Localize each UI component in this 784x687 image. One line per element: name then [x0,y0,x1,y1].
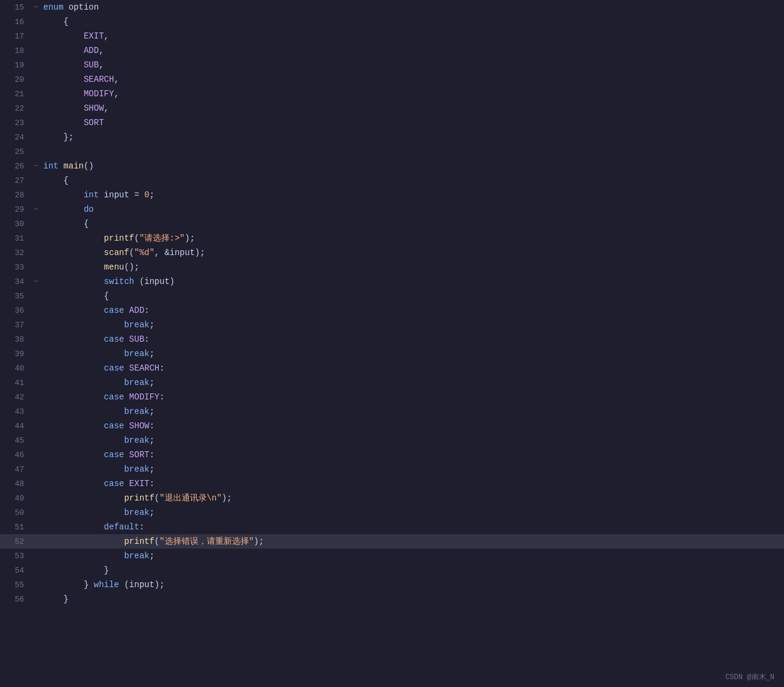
line-number: 19 [0,61,31,70]
code-content: enum option [41,2,784,12]
code-content: do [41,205,784,214]
line-number: 46 [0,451,31,460]
table-row: 24 }; [0,130,784,144]
table-row: 45 break; [0,433,784,448]
line-number: 47 [0,465,31,474]
code-content: ADD, [41,46,784,55]
table-row: 27 { [0,173,784,188]
code-content: break; [41,464,784,474]
line-number: 20 [0,75,31,84]
code-content: { [41,291,784,301]
code-content: { [41,219,784,229]
table-row: 46 case SORT: [0,448,784,462]
table-row: 23 SORT [0,116,784,130]
code-content: default: [41,522,784,532]
code-content: { [41,176,784,185]
code-content: int input = 0; [41,190,784,200]
code-content: int main() [41,161,784,171]
code-content: printf("选择错误，请重新选择"); [41,536,784,547]
table-row: 56 } [0,592,784,606]
code-content: case SORT: [41,450,784,460]
line-number: 37 [0,321,31,330]
line-number: 54 [0,566,31,575]
line-number: 42 [0,393,31,402]
table-row: 53 break; [0,549,784,563]
line-number: 45 [0,436,31,445]
code-content: SORT [41,118,784,128]
table-row: 26−int main() [0,159,784,173]
line-number: 50 [0,508,31,517]
code-content: } while (input); [41,580,784,590]
table-row: 17 EXIT, [0,29,784,43]
table-row: 51 default: [0,520,784,534]
table-row: 29− do [0,202,784,217]
code-content: break; [41,508,784,517]
table-row: 39 break; [0,347,784,361]
code-content: SEARCH, [41,75,784,84]
table-row: 37 break; [0,318,784,332]
code-content: break; [41,436,784,445]
code-content: break; [41,349,784,359]
line-number: 52 [0,537,31,546]
line-number: 38 [0,335,31,344]
table-row: 20 SEARCH, [0,72,784,87]
code-content: switch (input) [41,277,784,286]
table-row: 49 printf("退出通讯录\n"); [0,491,784,505]
code-content: printf("退出通讯录\n"); [41,493,784,504]
line-number: 51 [0,523,31,532]
code-content: break; [41,320,784,330]
table-row: 35 { [0,289,784,303]
line-number: 36 [0,306,31,315]
code-content: SHOW, [41,103,784,113]
table-row: 34− switch (input) [0,274,784,289]
code-content: printf("请选择:>"); [41,233,784,244]
table-row: 48 case EXIT: [0,476,784,491]
code-content: case ADD: [41,306,784,315]
table-row: 47 break; [0,462,784,476]
line-number: 25 [0,147,31,156]
line-number: 21 [0,90,31,99]
fold-gutter[interactable]: − [31,162,41,170]
table-row: 44 case SHOW: [0,419,784,433]
code-content: break; [41,407,784,416]
code-content: case SHOW: [41,421,784,431]
line-number: 18 [0,46,31,55]
table-row: 19 SUB, [0,58,784,72]
line-number: 56 [0,595,31,604]
code-content: break; [41,551,784,561]
line-number: 27 [0,176,31,185]
line-number: 24 [0,133,31,142]
line-number: 44 [0,422,31,431]
code-content: menu(); [41,262,784,272]
line-number: 28 [0,191,31,200]
line-number: 53 [0,552,31,561]
line-number: 17 [0,32,31,41]
table-row: 33 menu(); [0,260,784,274]
table-row: 21 MODIFY, [0,87,784,101]
line-number: 32 [0,248,31,257]
table-row: 18 ADD, [0,43,784,58]
code-content: scanf("%d", &input); [41,248,784,257]
line-number: 48 [0,479,31,488]
line-number: 43 [0,407,31,416]
fold-gutter[interactable]: − [31,3,41,11]
table-row: 43 break; [0,404,784,419]
fold-gutter[interactable]: − [31,277,41,286]
table-row: 25 [0,144,784,159]
table-row: 28 int input = 0; [0,188,784,202]
table-row: 22 SHOW, [0,101,784,116]
code-content: case SUB: [41,334,784,344]
line-number: 30 [0,220,31,229]
table-row: 55 } while (input); [0,578,784,592]
table-row: 40 case SEARCH: [0,361,784,375]
watermark: CSDN @南木_N [725,672,774,682]
fold-gutter[interactable]: − [31,205,41,214]
code-content: { [41,17,784,26]
table-row: 16 { [0,14,784,29]
code-content: SUB, [41,60,784,70]
line-number: 23 [0,119,31,128]
code-editor: 15−enum option16 {17 EXIT,18 ADD,19 SUB,… [0,0,784,687]
table-row: 52 printf("选择错误，请重新选择"); [0,534,784,549]
line-number: 16 [0,17,31,26]
line-number: 22 [0,104,31,113]
